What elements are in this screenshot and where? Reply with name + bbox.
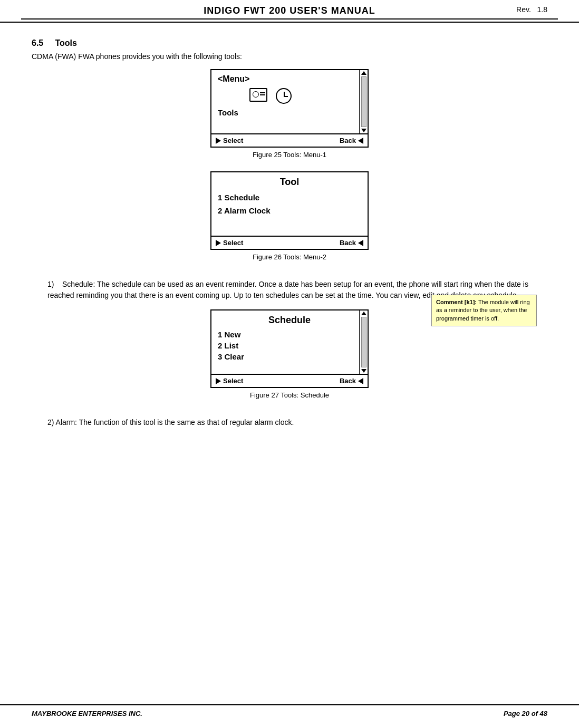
figure25-body: <Menu> Tools <box>211 70 368 133</box>
schedule-item1: 1 New <box>218 330 361 339</box>
figure27-screen: Schedule 1 New 2 List 3 Clear Select <box>210 309 369 388</box>
scrollbar[interactable] <box>359 310 368 374</box>
play-icon <box>216 138 221 144</box>
clock-icon <box>276 88 292 104</box>
schedule-header: Schedule <box>218 315 361 326</box>
back-label: Back <box>340 377 356 385</box>
body-section-1: 1) Schedule: The schedule can be used as… <box>32 279 547 301</box>
page-header: INDIGO FWT 200 USER'S MANUAL Rev. 1.8 <box>0 0 579 23</box>
figure27-caption: Figure 27 Tools: Schedule <box>250 391 329 399</box>
menu1-header: <Menu> <box>218 74 361 84</box>
scroll-up-arrow[interactable] <box>361 71 366 75</box>
item2-text: 2) Alarm: The function of this tool is t… <box>47 418 294 426</box>
scroll-down-arrow[interactable] <box>361 369 366 373</box>
comment-label: Comment [k1]: <box>436 299 477 305</box>
scroll-track <box>361 317 366 367</box>
figure25-footer: Select Back <box>211 133 368 147</box>
comment-box: Comment [k1]: The module will ring as a … <box>431 295 537 326</box>
tool-header: Tool <box>218 177 361 188</box>
revision: Rev. 1.8 <box>516 5 547 14</box>
scroll-down-arrow[interactable] <box>361 129 366 132</box>
schedule-item3: 3 Clear <box>218 352 361 361</box>
select-label: Select <box>223 377 243 385</box>
alarm-description: 2) Alarm: The function of this tool is t… <box>47 417 547 428</box>
section-heading: 6.5 Tools <box>32 38 547 48</box>
back-button[interactable]: Back <box>340 377 363 385</box>
back-label: Back <box>340 137 356 144</box>
figure26-caption: Figure 26 Tools: Menu-2 <box>253 253 326 261</box>
scrollbar[interactable] <box>359 70 368 133</box>
back-button[interactable]: Back <box>340 137 363 144</box>
figure26-footer: Select Back <box>211 236 368 249</box>
figure26-screen: Tool 1 Schedule 2 Alarm Clock Select Bac… <box>210 171 369 250</box>
tool-item2: 2 Alarm Clock <box>218 206 361 215</box>
item1-number: 1) <box>47 280 54 288</box>
section-65: 6.5 Tools CDMA (FWA) FWA phones provides… <box>32 38 547 428</box>
back-icon <box>358 378 363 384</box>
idcard-icon <box>249 88 267 102</box>
schedule-item2: 2 List <box>218 341 361 350</box>
play-icon <box>216 240 221 246</box>
page-number: Page 20 of 48 <box>504 710 547 717</box>
select-button[interactable]: Select <box>216 239 243 247</box>
rev-label: Rev. <box>516 5 531 14</box>
back-label: Back <box>340 239 356 247</box>
document-title: INDIGO FWT 200 USER'S MANUAL <box>204 5 375 16</box>
select-label: Select <box>223 239 243 247</box>
main-content: 6.5 Tools CDMA (FWA) FWA phones provides… <box>0 23 579 452</box>
select-button[interactable]: Select <box>216 377 243 385</box>
section-title: Tools <box>55 38 76 47</box>
select-button[interactable]: Select <box>216 137 243 144</box>
section-number: 6.5 <box>32 38 43 47</box>
play-icon <box>216 378 221 384</box>
page-footer: MAYBROOKE ENTERPRISES INC. Page 20 of 48 <box>0 704 579 717</box>
figure26-body: Tool 1 Schedule 2 Alarm Clock <box>211 172 368 236</box>
scroll-track <box>361 76 366 127</box>
select-label: Select <box>223 137 243 144</box>
scroll-up-arrow[interactable] <box>361 312 366 315</box>
back-button[interactable]: Back <box>340 239 363 247</box>
tool-item1: 1 Schedule <box>218 193 361 202</box>
figure25-container: <Menu> Tools <box>32 69 547 168</box>
figure27-body: Schedule 1 New 2 List 3 Clear <box>211 310 368 374</box>
rev-value: 1.8 <box>537 5 547 14</box>
figure26-container: Tool 1 Schedule 2 Alarm Clock Select Bac… <box>32 171 547 270</box>
menu1-icons <box>249 88 361 104</box>
figure25-screen: <Menu> Tools <box>210 69 369 148</box>
back-icon <box>358 138 363 144</box>
figure27-footer: Select Back <box>211 374 368 387</box>
tools-label: Tools <box>218 108 361 117</box>
company-name: MAYBROOKE ENTERPRISES INC. <box>32 710 142 717</box>
figure25-caption: Figure 25 Tools: Menu-1 <box>253 151 326 159</box>
back-icon <box>358 240 363 246</box>
section-intro: CDMA (FWA) FWA phones provides you with … <box>32 52 547 61</box>
